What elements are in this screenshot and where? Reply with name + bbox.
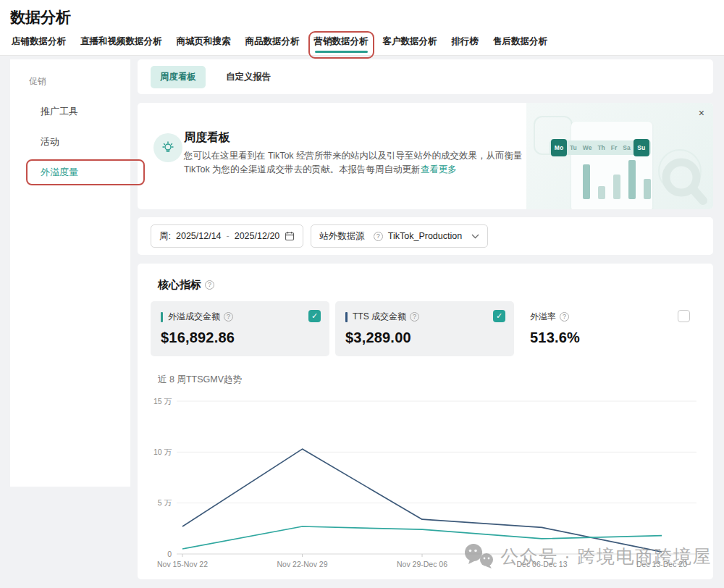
date-separator: - [227,231,230,241]
page-header: 数据分析 店铺数据分析直播和视频数据分析商城页和搜索商品数据分析营销数据分析客户… [0,0,724,56]
core-metrics-title: 核心指标 [158,278,201,292]
chevron-down-icon [471,234,479,239]
top-tab[interactable]: 排行榜 [452,35,479,54]
week-range-picker[interactable]: 周: 2025/12/14 - 2025/12/20 [151,224,303,248]
calendar-day: Mo [551,139,567,156]
metric-tiles: 外溢成交金额?$16,892.86✓TTS 成交金额?$3,289.00✓外溢率… [151,301,699,356]
metric-tile: 外溢率?513.6% [520,301,699,356]
y-axis-tick-label: 15 万 [153,397,172,406]
start-date: 2025/12/14 [176,231,222,241]
x-axis-tick-label: Dec 06-Dec 13 [516,560,567,568]
decor-bar [598,186,605,199]
core-metrics-header: 核心指标 ? [158,278,214,292]
metric-label-row: TTS 成交金额? [345,311,504,323]
top-tab[interactable]: 商品数据分析 [245,35,300,54]
calendar-day: Th [594,144,607,151]
metric-tile: 外溢成交金额?$16,892.86✓ [151,301,329,356]
y-axis-tick-label: 0 [167,550,172,558]
top-tab[interactable]: 售后数据分析 [493,35,547,54]
top-tab[interactable]: 营销数据分析 [314,35,369,54]
report-tab[interactable]: 自定义报告 [226,71,272,83]
sidebar-item[interactable]: 推广工具 [41,105,78,118]
calendar-day: Su [634,139,649,156]
metric-label-row: 外溢成交金额? [161,311,319,323]
top-tab[interactable]: 商城页和搜索 [177,35,231,54]
lightbulb-icon [153,133,182,162]
top-tab[interactable]: 客户数据分析 [383,35,437,54]
metric-value: $16,892.86 [161,329,319,346]
main-content: 周度看板自定义报告 周度看板 您可以在这里看到在 TikTok 经营所带来的站内… [138,59,713,579]
filter-bar: 周: 2025/12/14 - 2025/12/20 站外数据源 ? TikTo… [138,217,713,255]
line-chart-svg: 15 万10 万5 万0Nov 15-Nov 22Nov 22-Nov 29No… [149,391,699,574]
metric-checkbox[interactable]: ✓ [308,310,321,322]
report-tab[interactable]: 周度看板 [151,66,206,88]
x-axis-tick-label: Nov 15-Nov 22 [157,560,208,568]
magnifier-icon [661,157,707,208]
metric-value: $3,289.00 [345,329,504,346]
x-axis-tick-label: Dec 13-Dec 20 [636,560,687,568]
y-axis-tick-label: 10 万 [153,448,172,456]
sidebar-item[interactable]: 外溢度量 [41,166,78,179]
end-date: 2025/12/20 [235,231,280,241]
decor-bar [613,175,620,199]
help-icon: ? [410,312,419,322]
decor-bar [644,179,651,199]
metric-checkbox[interactable] [678,310,690,322]
decor-bar-chart [583,160,651,199]
source-label: 站外数据源 [319,230,365,243]
banner-description-text: 您可以在这里看到在 TikTok 经营所带来的站内以及引导至站外的成交效果，从而… [184,151,523,175]
metric-value: 513.6% [530,329,689,346]
help-icon: ? [560,312,569,322]
chart-line-series-teal [182,526,662,549]
chart-title: 近 8 周TTSGMV趋势 [158,374,242,386]
x-axis-tick-label: Nov 22-Nov 29 [277,560,327,568]
offsite-source-select[interactable]: 站外数据源 ? TikTok_Production [311,224,488,248]
banner-illustration: MoTuWeThFrSaSu [526,103,713,209]
metric-accent-bar [345,312,348,322]
help-icon: ? [205,280,214,290]
core-metrics-card: 核心指标 ? 外溢成交金额?$16,892.86✓TTS 成交金额?$3,289… [138,264,713,579]
help-icon: ? [224,312,233,322]
banner-description: 您可以在这里看到在 TikTok 经营所带来的站内以及引导至站外的成交效果，从而… [184,149,530,177]
calendar-icon [285,231,295,241]
metric-accent-bar [161,312,163,322]
calendar-day: We [580,144,595,151]
sidebar-section-promotion: 促销 [29,75,130,88]
banner-title: 周度看板 [184,130,230,146]
top-tab[interactable]: 直播和视频数据分析 [80,35,162,54]
source-value: TikTok_Production [388,231,462,241]
metric-label: 外溢成交金额 [168,311,220,323]
chart-line-series-navy [182,449,662,552]
decor-calendar-strip: MoTuWeThFrSaSu [550,140,651,155]
calendar-day: Sa [620,144,633,151]
x-axis-tick-label: Nov 29-Dec 06 [397,560,447,568]
calendar-day: Tu [567,144,580,151]
sidebar-item[interactable]: 活动 [41,135,59,148]
calendar-day: Fr [608,144,620,151]
metric-checkbox[interactable]: ✓ [493,310,505,322]
close-icon[interactable]: × [699,108,704,118]
y-axis-tick-label: 5 万 [158,498,172,507]
sidebar: 促销 推广工具活动外溢度量 [10,59,130,487]
decor-bar [583,164,590,199]
decor-bar [628,160,636,199]
metric-tile: TTS 成交金额?$3,289.00✓ [335,301,514,356]
metric-label: 外溢率 [530,311,556,323]
ttsgmv-trend-chart: 15 万10 万5 万0Nov 15-Nov 22Nov 22-Nov 29No… [149,391,699,576]
top-tab[interactable]: 店铺数据分析 [12,35,66,54]
see-more-link[interactable]: 查看更多 [421,164,457,175]
page-title: 数据分析 [10,7,71,28]
week-label: 周: [159,230,171,243]
metric-label: TTS 成交金额 [353,311,406,323]
metric-label-row: 外溢率? [530,311,689,323]
help-icon: ? [374,232,383,241]
report-tab-bar: 周度看板自定义报告 [138,59,713,94]
weekly-dashboard-banner: 周度看板 您可以在这里看到在 TikTok 经营所带来的站内以及引导至站外的成交… [138,103,713,209]
top-tab-bar: 店铺数据分析直播和视频数据分析商城页和搜索商品数据分析营销数据分析客户数据分析排… [12,35,547,54]
